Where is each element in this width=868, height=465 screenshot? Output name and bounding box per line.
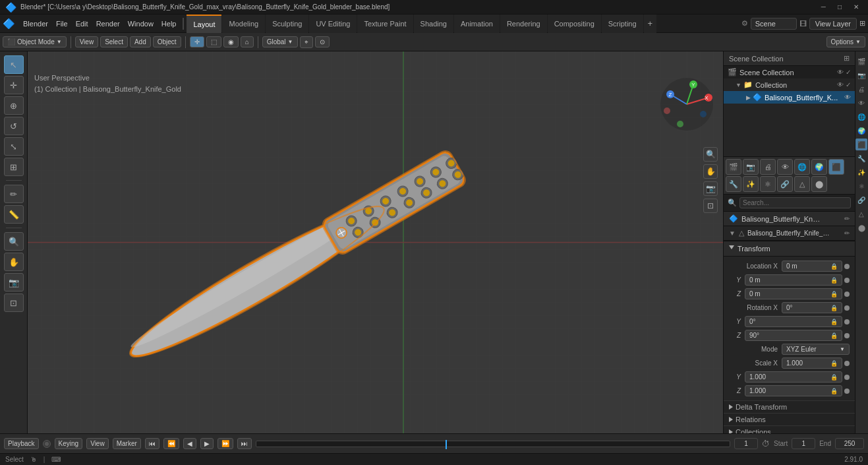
tab-texture-paint[interactable]: Texture Paint [357,15,413,33]
data-edit-icon[interactable]: ✏ [844,230,850,237]
location-y-keyframe-dot[interactable] [844,278,850,283]
marker-menu[interactable]: Marker [113,438,141,449]
transform-selector[interactable]: Global ▼ [262,36,298,47]
tab-layout[interactable]: Layout [187,15,221,33]
rotation-mode-select[interactable]: XYZ Euler ▼ [782,344,850,355]
play-reverse-btn[interactable]: ◀ [183,438,196,449]
play-btn[interactable]: ▶ [200,438,214,449]
delta-transform-section[interactable]: Delta Transform [724,400,855,413]
scale-y-keyframe-dot[interactable] [844,375,850,380]
jump-end-btn[interactable]: ⏭ [237,438,252,449]
object-menu[interactable]: Object [153,36,181,47]
tab-modeling[interactable]: Modeling [222,15,265,33]
select-box-tool[interactable]: ⬚ [206,36,221,47]
world-props-icon[interactable]: 🌍 [855,125,867,137]
scale-x-input[interactable]: 1.000 🔒 [782,357,842,369]
tab-uv-editing[interactable]: UV Editing [309,15,357,33]
location-y-input[interactable]: 0 m 🔒 [745,274,842,286]
options-btn[interactable]: Options ▼ [826,36,865,47]
transform-tool[interactable]: ⊞ [4,158,24,176]
scale-z-input[interactable]: 1.000 🔒 [745,385,842,396]
prop-tab-scene2[interactable]: 🌐 [794,159,810,175]
prop-tab-data[interactable]: △ [794,176,810,192]
cursor-tool-left[interactable]: ✛ [4,76,24,94]
rotate-tool[interactable]: ↺ [4,117,24,135]
menu-blender[interactable]: Blender [19,18,52,29]
menu-window[interactable]: Window [124,18,158,29]
next-keyframe-btn[interactable]: ⏩ [217,438,233,449]
transform-section-header[interactable]: Transform [724,241,855,257]
pan-viewport-icon[interactable]: ✋ [703,164,718,179]
rotation-x-input[interactable]: 0° 🔒 [782,302,842,313]
move-tool[interactable]: ⊕ [4,96,24,115]
menu-render[interactable]: Render [92,18,124,29]
location-x-input[interactable]: 0 m 🔒 [782,261,842,272]
prev-keyframe-btn[interactable]: ⏪ [163,438,179,449]
physics-props-icon[interactable]: ⚛ [855,180,867,192]
collection-row[interactable]: ▼ 📁 Collection 👁 ✓ [724,78,855,91]
prop-tab-particles[interactable]: ✨ [743,176,759,192]
check-icon-collection[interactable]: ✓ [846,81,851,88]
tab-scripting[interactable]: Scripting [602,15,643,33]
material-props-icon[interactable]: ⬤ [855,222,867,233]
object-props-icon[interactable]: ⬛ [855,139,867,150]
menu-file[interactable]: File [52,18,72,29]
view-layer-props-icon[interactable]: 👁 [855,97,867,109]
prop-tab-render[interactable]: 📷 [743,159,759,175]
tab-rendering[interactable]: Rendering [500,15,547,33]
zoom-tool[interactable]: 🔍 [4,232,24,251]
prop-tab-object[interactable]: ⬛ [828,159,844,175]
prop-tab-physics[interactable]: ⚛ [760,176,776,192]
cursor-tool[interactable]: ✛ [190,36,204,47]
camera-viewport-icon[interactable]: 📷 [703,181,718,196]
scene-input[interactable] [751,18,797,30]
start-frame-input[interactable] [792,438,815,449]
keying-menu[interactable]: Keying [55,438,83,449]
end-frame-input[interactable] [835,438,864,449]
select-lasso-tool[interactable]: ⌂ [241,36,254,47]
render-region-tool[interactable]: ⊡ [4,294,24,312]
render-props-icon[interactable]: 📷 [855,69,867,81]
prop-tab-view[interactable]: 👁 [777,159,793,175]
select-circle-tool[interactable]: ◉ [223,36,239,47]
scale-z-keyframe-dot[interactable] [844,388,850,394]
pan-tool[interactable]: ✋ [4,253,24,271]
check-icon-scene[interactable]: ✓ [846,69,851,76]
annotate-tool[interactable]: ✏ [4,185,24,203]
current-frame-input[interactable] [734,438,758,449]
data-props-icon[interactable]: △ [855,208,867,220]
view-layer-label[interactable]: View Layer [809,18,857,30]
prop-tab-world[interactable]: 🌍 [811,159,827,175]
scene-props-icon[interactable]: 🎬 [855,55,867,67]
minimize-btn[interactable]: ─ [817,3,830,11]
rotation-z-input[interactable]: 90° 🔒 [745,330,842,341]
location-z-input[interactable]: 0 m 🔒 [745,288,842,299]
eye-icon-collection[interactable]: 👁 [837,81,844,88]
tab-animation[interactable]: Animation [454,15,500,33]
menu-edit[interactable]: Edit [72,18,92,29]
render-mode-icon[interactable]: ⊡ [703,199,718,213]
location-x-keyframe-dot[interactable] [844,264,850,269]
eye-icon-obj[interactable]: 👁 [844,94,851,101]
rotation-y-input[interactable]: 0° 🔒 [745,316,842,327]
modifier-props-icon[interactable]: 🔧 [855,152,867,164]
rotation-x-keyframe-dot[interactable] [844,305,850,311]
record-btn[interactable] [43,440,51,448]
particles-props-icon[interactable]: ✨ [855,166,867,178]
prop-tab-constraints[interactable]: 🔗 [777,176,793,192]
output-props-icon[interactable]: 🖨 [855,83,867,95]
menu-help[interactable]: Help [158,18,181,29]
measure-tool[interactable]: 📏 [4,205,24,224]
scale-y-input[interactable]: 1.000 🔒 [745,371,842,383]
prop-tab-output[interactable]: 🖨 [760,159,776,175]
obj-name-icon[interactable]: ✏ [844,215,850,222]
constraints-props-icon[interactable]: 🔗 [855,194,867,206]
proportional-btn[interactable]: ⊙ [315,36,330,47]
scale-x-keyframe-dot[interactable] [844,361,850,366]
select-menu[interactable]: Select [100,36,128,47]
view-menu-timeline[interactable]: View [86,438,109,449]
object-row[interactable]: ▶ 🔷 Balisong_Butterfly_K... 👁 [724,91,855,104]
viewport[interactable]: User Perspective (1) Collection | Baliso… [28,51,723,433]
scene2-props-icon[interactable]: 🌐 [855,111,867,123]
snap-btn[interactable]: ⌖ [300,36,313,48]
